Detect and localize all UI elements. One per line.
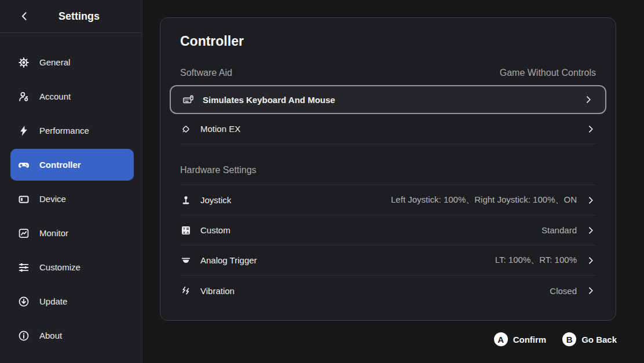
controller-hints: A Confirm B Go Back [494, 332, 617, 346]
monitor-icon [17, 227, 30, 240]
chevron-right-icon [586, 195, 596, 206]
section-header-software-aid: Software Aid Game Without Controls [180, 67, 596, 79]
sidebar-item-label: Controller [39, 160, 81, 170]
row-value: Closed [550, 286, 577, 296]
sidebar-item-label: Customize [39, 262, 80, 272]
svg-text:Y: Y [183, 227, 185, 230]
sidebar-item-customize[interactable]: Customize [0, 250, 142, 284]
a-button-icon: A [494, 332, 508, 346]
chevron-right-icon [586, 255, 596, 266]
confirm-button[interactable]: A Confirm [494, 332, 547, 346]
b-button-icon: B [562, 332, 576, 346]
row-label: Analog Trigger [200, 255, 257, 265]
sidebar-item-update[interactable]: Update [0, 284, 142, 318]
sidebar-item-label: Monitor [39, 228, 68, 238]
motion-icon [180, 123, 192, 135]
joystick-icon [180, 195, 192, 206]
row-label: Vibration [200, 286, 235, 296]
chevron-right-icon [583, 94, 594, 105]
row-value: Left Joystick: 100%、Right Joystick: 100%… [391, 195, 577, 206]
vibration-icon [180, 285, 192, 296]
page-heading: Controller [180, 32, 596, 50]
account-icon [17, 90, 30, 103]
row-motion-ex[interactable]: Motion EX [180, 114, 596, 144]
sidebar-header: Settings [0, 0, 142, 33]
update-icon [17, 295, 30, 308]
row-analog-trigger[interactable]: Analog Trigger LT: 100%、RT: 100% [180, 245, 596, 276]
chevron-right-icon [586, 285, 596, 296]
sidebar-item-account[interactable]: Account [0, 79, 142, 113]
go-back-label: Go Back [581, 335, 617, 344]
section-subtitle: Game Without Controls [500, 67, 596, 79]
svg-text:X: X [183, 230, 185, 234]
sidebar-item-label: Update [39, 296, 67, 306]
sidebar-item-monitor[interactable]: Monitor [0, 216, 142, 250]
section-title: Software Aid [180, 67, 232, 79]
row-joystick[interactable]: Joystick Left Joystick: 100%、Right Joyst… [180, 185, 596, 215]
gamepad-icon [17, 159, 30, 171]
sidebar-item-label: Performance [39, 126, 89, 135]
sidebar-item-general[interactable]: General [0, 45, 142, 79]
sidebar-item-controller[interactable]: Controller [10, 149, 134, 181]
sidebar-item-label: Account [39, 91, 71, 101]
sidebar-nav: General Account Performance [0, 33, 142, 353]
keyboard-mouse-icon [182, 94, 194, 105]
row-label: Custom [200, 225, 230, 235]
device-icon [17, 193, 30, 206]
section-header-hardware-settings: Hardware Settings [180, 164, 596, 185]
go-back-button[interactable]: B Go Back [562, 332, 617, 346]
custom-buttons-icon: YB XA [180, 225, 192, 236]
row-value: LT: 100%、RT: 100% [495, 255, 577, 266]
row-vibration[interactable]: Vibration Closed [180, 276, 596, 306]
gear-icon [17, 56, 30, 69]
sidebar-item-label: About [39, 331, 62, 340]
row-simulates-keyboard-and-mouse[interactable]: Simulates Keyboard And Mouse [170, 85, 606, 114]
row-label: Motion EX [200, 124, 240, 134]
row-custom[interactable]: YB XA Custom Standard [180, 215, 596, 245]
row-label: Simulates Keyboard And Mouse [203, 95, 335, 105]
sidebar-item-label: Device [39, 194, 66, 204]
row-value: Standard [541, 225, 577, 235]
row-label: Joystick [200, 195, 231, 205]
trigger-icon [180, 255, 192, 266]
confirm-label: Confirm [513, 335, 547, 344]
section-title: Hardware Settings [180, 164, 257, 177]
sliders-icon [17, 261, 30, 274]
chevron-right-icon [586, 225, 596, 236]
page-title: Settings [0, 0, 142, 33]
controller-settings-card: Controller Software Aid Game Without Con… [160, 17, 616, 321]
lightning-icon [17, 124, 30, 137]
chevron-right-icon [586, 124, 596, 134]
sidebar-item-about[interactable]: About [0, 318, 142, 353]
sidebar-item-label: General [39, 57, 70, 67]
info-icon [17, 329, 30, 342]
sidebar-item-device[interactable]: Device [0, 182, 142, 216]
svg-text:B: B [186, 227, 189, 230]
sidebar-item-performance[interactable]: Performance [0, 113, 142, 148]
sidebar: Settings [0, 0, 142, 363]
